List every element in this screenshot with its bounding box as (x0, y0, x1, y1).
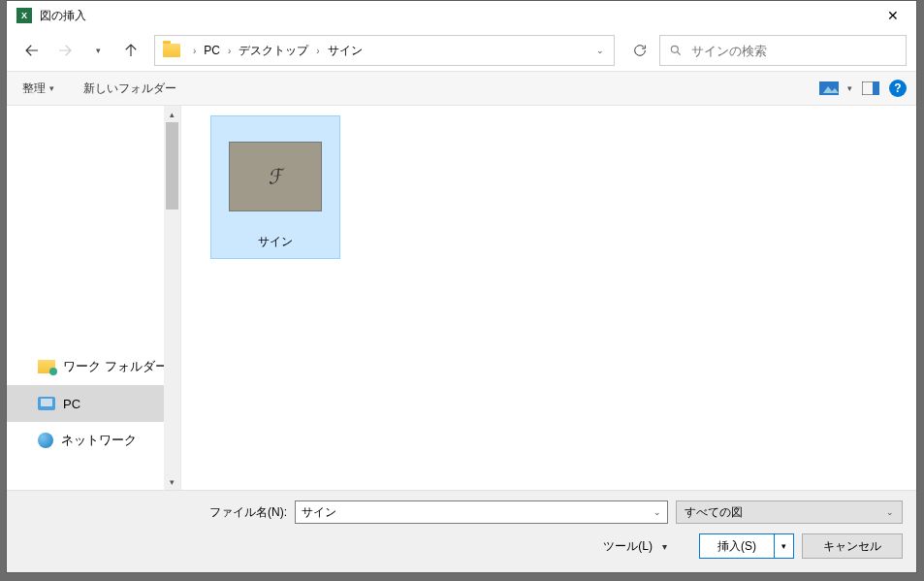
navigation-bar: ▾ › PC › デスクトップ › サイン ⌄ (7, 30, 916, 71)
view-mode-button[interactable] (816, 78, 842, 99)
insert-button[interactable]: 挿入(S) (700, 534, 774, 558)
sidebar: ワーク フォルダー PC ネットワーク ▴ ▾ (7, 106, 181, 490)
arrow-right-icon (56, 42, 74, 59)
file-label: サイン (258, 230, 293, 252)
organize-button[interactable]: 整理 ▾ (16, 77, 60, 101)
close-button[interactable]: ✕ (871, 1, 914, 30)
titlebar: X 図の挿入 ✕ (7, 1, 916, 30)
file-item-sign[interactable]: ℱ サイン (210, 115, 340, 259)
filename-value: サイン (302, 504, 336, 521)
filename-input[interactable]: サイン ⌄ (295, 500, 668, 524)
up-button[interactable] (115, 35, 146, 66)
chevron-down-icon: ⌄ (886, 507, 894, 517)
svg-point-0 (671, 46, 678, 52)
signature-image: ℱ (229, 142, 322, 211)
filename-label: ファイル名(N): (20, 504, 287, 521)
refresh-button[interactable] (622, 35, 657, 66)
insert-split-button: 挿入(S) ▾ (699, 533, 794, 559)
new-folder-button[interactable]: 新しいフォルダー (78, 77, 182, 101)
dialog-footer: ファイル名(N): サイン ⌄ すべての図 ⌄ ツール(L) ▾ 挿入(S) ▾… (7, 490, 916, 572)
toolbar-right: ▾ ? (816, 78, 907, 99)
address-bar[interactable]: › PC › デスクトップ › サイン ⌄ (154, 35, 615, 66)
help-button[interactable]: ? (889, 80, 907, 97)
scroll-track[interactable] (164, 122, 180, 473)
organize-label: 整理 (22, 81, 46, 97)
insert-picture-dialog: X 図の挿入 ✕ ▾ › PC › デスクトップ › サイン ⌄ (6, 0, 917, 573)
tools-dropdown[interactable]: ▾ (662, 541, 680, 552)
sidebar-item-label: ワーク フォルダー (63, 358, 168, 375)
file-thumbnail: ℱ (217, 122, 334, 230)
chevron-down-icon[interactable]: ⌄ (653, 507, 661, 517)
arrow-left-icon (23, 42, 41, 59)
folder-icon (163, 44, 180, 57)
work-folder-icon (38, 360, 55, 373)
filename-row: ファイル名(N): サイン ⌄ すべての図 ⌄ (20, 500, 903, 524)
scroll-down-button[interactable]: ▾ (164, 473, 180, 490)
sidebar-item-label: ネットワーク (61, 432, 137, 449)
toolbar: 整理 ▾ 新しいフォルダー ▾ ? (7, 71, 916, 106)
search-icon (660, 44, 691, 57)
arrow-up-icon (122, 42, 140, 59)
scroll-up-button[interactable]: ▴ (164, 106, 180, 122)
address-dropdown[interactable]: ⌄ (587, 36, 614, 65)
sidebar-item-work-folders[interactable]: ワーク フォルダー (7, 348, 180, 385)
chevron-right-icon: › (188, 46, 201, 56)
svg-rect-4 (873, 81, 879, 95)
preview-pane-button[interactable] (858, 78, 883, 99)
chevron-down-icon: ▾ (49, 83, 54, 93)
breadcrumb-desktop[interactable]: デスクトップ (236, 43, 311, 59)
sidebar-item-label: PC (63, 397, 80, 411)
chevron-right-icon: › (311, 46, 324, 56)
pc-icon (38, 397, 55, 410)
back-button[interactable] (16, 35, 48, 66)
forward-button[interactable] (49, 35, 80, 66)
network-icon (38, 433, 53, 448)
cancel-button[interactable]: キャンセル (802, 533, 903, 559)
window-title: 図の挿入 (40, 8, 871, 24)
excel-icon: X (16, 8, 32, 23)
refresh-icon (632, 43, 648, 58)
sidebar-item-network[interactable]: ネットワーク (7, 422, 180, 459)
picture-icon (819, 81, 839, 95)
insert-dropdown[interactable]: ▾ (774, 534, 793, 558)
filter-label: すべての図 (685, 504, 743, 521)
recent-dropdown[interactable]: ▾ (82, 35, 113, 66)
scroll-thumb[interactable] (166, 122, 178, 210)
file-type-filter[interactable]: すべての図 ⌄ (676, 500, 903, 524)
tools-label[interactable]: ツール(L) (603, 538, 653, 555)
file-list[interactable]: ℱ サイン (181, 106, 916, 490)
search-input[interactable] (691, 44, 906, 58)
chevron-down-icon[interactable]: ▾ (847, 83, 852, 93)
chevron-down-icon: ⌄ (596, 46, 604, 55)
breadcrumb-pc[interactable]: PC (201, 44, 223, 57)
panel-icon (862, 81, 879, 95)
sidebar-item-pc[interactable]: PC (7, 385, 180, 422)
chevron-down-icon: ▾ (96, 46, 101, 55)
chevron-right-icon: › (223, 46, 236, 56)
search-box[interactable] (659, 35, 907, 66)
button-row: ツール(L) ▾ 挿入(S) ▾ キャンセル (20, 533, 903, 559)
close-icon: ✕ (887, 8, 899, 23)
sidebar-scrollbar[interactable]: ▴ ▾ (164, 106, 180, 490)
breadcrumb-sign[interactable]: サイン (325, 43, 366, 59)
dialog-body: ワーク フォルダー PC ネットワーク ▴ ▾ ℱ (7, 106, 916, 490)
